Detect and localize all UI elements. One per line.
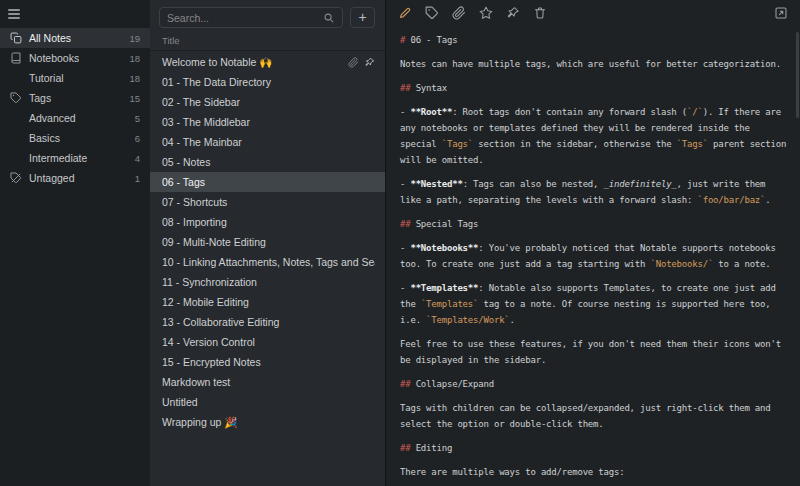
markdown-block: - **Root**: Root tags don't contain any … [400, 104, 786, 168]
sidebar-item-tags[interactable]: Tags15 [0, 88, 150, 108]
markdown-line: special `Tags` section in the sidebar, o… [400, 136, 786, 152]
markdown-block: - **Templates**: Notable also supports T… [400, 280, 786, 328]
note-row-untitled[interactable]: Untitled [150, 392, 385, 412]
note-title: 06 - Tags [162, 176, 375, 188]
markdown-block: ## Editing [400, 440, 786, 456]
note-row-14-version-control[interactable]: 14 - Version Control [150, 332, 385, 352]
note-row-10-linking-attachments-notes-tags-and-searc[interactable]: 10 - Linking Attachments, Notes, Tags an… [150, 252, 385, 272]
note-title: Markdown test [162, 376, 375, 388]
note-row-09-multi-note-editing[interactable]: 09 - Multi-Note Editing [150, 232, 385, 252]
note-title: 10 - Linking Attachments, Notes, Tags an… [162, 256, 375, 268]
editor-scrollbar[interactable] [796, 32, 799, 118]
markdown-block: ## Syntax [400, 80, 786, 96]
notebooks-icon [10, 52, 22, 64]
sidebar-item-label: Untagged [29, 172, 75, 184]
sidebar-item-label: Notebooks [29, 52, 79, 64]
sidebar-item-count: 19 [123, 33, 140, 44]
sidebar-item-label: All Notes [29, 32, 71, 44]
note-title: 04 - The Mainbar [162, 136, 375, 148]
search-input[interactable] [167, 12, 319, 24]
note-list-toolbar: + [150, 0, 385, 33]
note-row-wrapping-up[interactable]: Wrapping up 🎉 [150, 412, 385, 432]
markdown-block: Tags with children can be collapsed/expa… [400, 400, 786, 432]
tag-icon[interactable] [425, 6, 439, 20]
markdown-line: the `Templates` tag to a note. Of course… [400, 296, 786, 312]
editor-toolbar [386, 0, 800, 26]
search-icon[interactable] [323, 12, 335, 24]
markdown-line: Tags with children can be collapsed/expa… [400, 400, 786, 416]
note-row-08-importing[interactable]: 08 - Importing [150, 212, 385, 232]
sidebar-item-count: 1 [129, 173, 140, 184]
note-row-02-the-sidebar[interactable]: 02 - The Sidebar [150, 92, 385, 112]
editor-content[interactable]: # 06 - TagsNotes can have multiple tags,… [386, 26, 800, 486]
markdown-block: - **Nested**: Tags can also be nested, _… [400, 176, 786, 208]
sidebar-item-basics[interactable]: Basics6 [0, 128, 150, 148]
pencil-icon[interactable] [398, 6, 412, 20]
note-row-welcome-to-notable[interactable]: Welcome to Notable 🙌 [150, 52, 385, 72]
markdown-block: Feel free to use these features, if you … [400, 336, 786, 368]
list-header-title: Title [150, 33, 385, 51]
editor-panel: # 06 - TagsNotes can have multiple tags,… [386, 0, 800, 486]
markdown-line: like a path, separating the levels with … [400, 192, 786, 208]
pin-icon[interactable] [506, 6, 520, 20]
note-row-12-mobile-editing[interactable]: 12 - Mobile Editing [150, 292, 385, 312]
markdown-block: Notes can have multiple tags, which are … [400, 56, 786, 72]
note-row-07-shortcuts[interactable]: 07 - Shortcuts [150, 192, 385, 212]
notable-app: All Notes19Notebooks18Tutorial18Tags15Ad… [0, 0, 800, 486]
note-row-05-notes[interactable]: 05 - Notes [150, 152, 385, 172]
sidebar-item-notebooks[interactable]: Notebooks18 [0, 48, 150, 68]
markdown-line: select the option or double-click them. [400, 416, 786, 432]
sidebar-item-all-notes[interactable]: All Notes19 [0, 28, 150, 48]
sidebar-item-count: 18 [123, 73, 140, 84]
sidebar-item-label: Tutorial [29, 72, 64, 84]
search-box[interactable] [159, 7, 343, 28]
note-title: Wrapping up 🎉 [162, 416, 375, 429]
markdown-block: ## Special Tags [400, 216, 786, 232]
hamburger-menu-icon[interactable] [8, 6, 30, 22]
markdown-line: - **Root**: Root tags don't contain any … [400, 104, 786, 120]
sidebar-item-label: Intermediate [29, 152, 87, 164]
markdown-block: - **Notebooks**: You've probably noticed… [400, 240, 786, 272]
note-row-01-the-data-directory[interactable]: 01 - The Data Directory [150, 72, 385, 92]
new-note-button[interactable]: + [350, 7, 375, 28]
sidebar-item-advanced[interactable]: Advanced5 [0, 108, 150, 128]
markdown-line: - **Notebooks**: You've probably noticed… [400, 240, 786, 256]
note-row-13-collaborative-editing[interactable]: 13 - Collaborative Editing [150, 312, 385, 332]
markdown-line: - **Nested**: Tags can also be nested, _… [400, 176, 786, 192]
markdown-line: ## Syntax [400, 80, 786, 96]
note-row-06-tags[interactable]: 06 - Tags [150, 172, 385, 192]
note-title: 12 - Mobile Editing [162, 296, 375, 308]
all-notes-icon [10, 32, 22, 44]
sidebar-item-label: Advanced [29, 112, 76, 124]
sidebar-item-untagged[interactable]: Untagged1 [0, 168, 150, 188]
markdown-line: be displayed in the sidebar. [400, 352, 786, 368]
note-title: 03 - The Middlebar [162, 116, 375, 128]
paperclip-icon[interactable] [452, 6, 466, 20]
markdown-line: ## Special Tags [400, 216, 786, 232]
sidebar-item-count: 15 [123, 93, 140, 104]
attachment-icon [348, 57, 359, 68]
sidebar-item-intermediate[interactable]: Intermediate4 [0, 148, 150, 168]
note-title: 05 - Notes [162, 156, 375, 168]
note-title: 02 - The Sidebar [162, 96, 375, 108]
note-title: 14 - Version Control [162, 336, 375, 348]
sidebar: All Notes19Notebooks18Tutorial18Tags15Ad… [0, 0, 150, 486]
pin-icon [364, 57, 375, 68]
tag-icon [10, 92, 22, 104]
markdown-line: any notebooks or templates defined they … [400, 120, 786, 136]
note-row-03-the-middlebar[interactable]: 03 - The Middlebar [150, 112, 385, 132]
star-icon[interactable] [479, 6, 493, 20]
sidebar-item-count: 18 [123, 53, 140, 64]
note-title: 09 - Multi-Note Editing [162, 236, 375, 248]
note-title: 11 - Synchronization [162, 276, 375, 288]
note-title: 07 - Shortcuts [162, 196, 375, 208]
note-title: Untitled [162, 396, 375, 408]
note-row-15-encrypted-notes[interactable]: 15 - Encrypted Notes [150, 352, 385, 372]
sidebar-item-tutorial[interactable]: Tutorial18 [0, 68, 150, 88]
trash-icon[interactable] [533, 6, 547, 20]
open-external-icon[interactable] [774, 6, 788, 20]
note-row-04-the-mainbar[interactable]: 04 - The Mainbar [150, 132, 385, 152]
markdown-line: # 06 - Tags [400, 32, 786, 48]
note-row-markdown-test[interactable]: Markdown test [150, 372, 385, 392]
note-row-11-synchronization[interactable]: 11 - Synchronization [150, 272, 385, 292]
